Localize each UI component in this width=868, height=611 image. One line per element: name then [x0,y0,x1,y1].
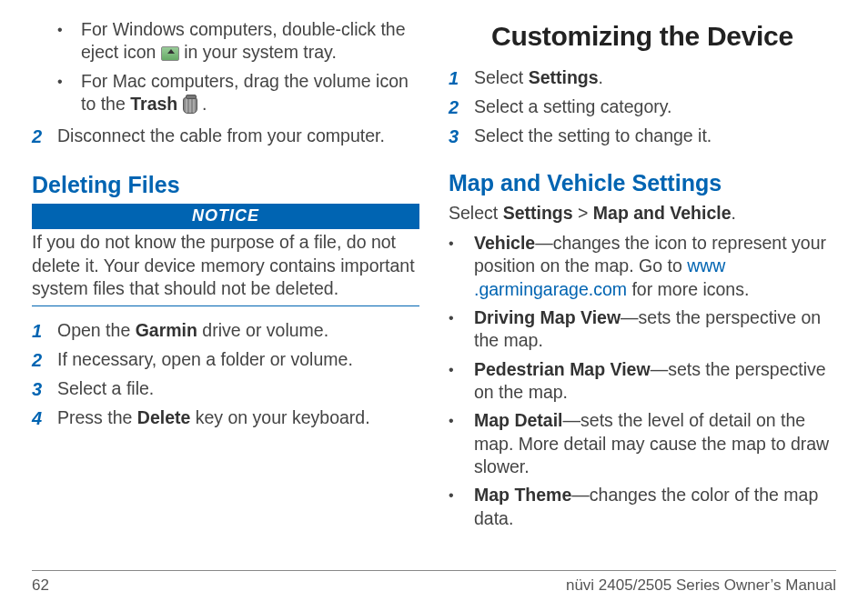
list-item: • For Mac computers, drag the volume ico… [57,70,419,116]
text: Select a file. [57,378,154,398]
step-item: 3 Select a file. [32,377,419,401]
manual-title: nüvi 2405/2505 Series Owner’s Manual [566,576,836,595]
heading-deleting-files: Deleting Files [32,170,419,200]
list-item: • Vehicle—changes the icon to represent … [449,232,836,301]
bold-text: Map Theme [474,485,571,505]
step-number: 1 [449,66,474,90]
customize-steps: 1 Select Settings. 2 Select a setting ca… [449,66,836,148]
step-number: 2 [32,348,57,372]
step-item: 4 Press the Delete key on your keyboard. [32,406,419,430]
step-item: 2 If necessary, open a folder or volume. [32,348,419,372]
trash-icon [183,97,197,114]
step-number: 2 [449,95,474,119]
list-item: • Driving Map View—sets the perspective … [449,306,836,353]
text: Select [449,203,503,223]
bullet-dot: • [57,70,81,116]
heading-map-vehicle: Map and Vehicle Settings [449,168,836,198]
page-footer: 62 nüvi 2405/2505 Series Owner’s Manual [32,570,836,595]
page-content: • For Windows computers, double-click th… [0,0,868,564]
text: . [202,94,207,114]
bold-text: Settings [503,203,573,223]
bold-text: Garmin [136,320,197,340]
list-item: • Map Detail—sets the level of detail on… [449,409,836,478]
text: . [599,67,603,87]
text: > [573,203,593,223]
select-path: Select Settings > Map and Vehicle. [449,202,836,225]
notice-label: NOTICE [32,204,419,229]
step-item: 1 Select Settings. [449,66,836,90]
step-item: 2 Disconnect the cable from your compute… [32,125,419,148]
step-number: 3 [32,377,57,401]
eject-icon [161,46,179,61]
heading-customizing: Customizing the Device [449,18,836,54]
bullet-dot: • [449,232,474,301]
step-item: 2 Select a setting category. [449,95,836,119]
bullet-dot: • [449,484,474,530]
left-column: • For Windows computers, double-click th… [32,18,425,564]
page-number: 62 [32,576,49,595]
bold-text: Map Detail [474,410,563,430]
text: for more icons. [627,279,749,299]
step-item: 3 Select the setting to change it. [449,125,836,148]
bold-text: Pedestrian Map View [474,359,651,379]
text: If necessary, open a folder or volume. [57,349,353,369]
step-number: 2 [32,125,57,148]
bold-text: Settings [529,67,599,87]
bold-text: Map and Vehicle [593,203,732,223]
bold-text: Vehicle [474,233,535,253]
text: key on your keyboard. [190,407,369,427]
text: in your system tray. [184,42,337,62]
text: Press the [57,407,137,427]
list-item: • Map Theme—changes the color of the map… [449,484,836,530]
bullet-dot: • [449,409,474,478]
text: Open the [57,320,136,340]
text: Select [474,67,529,87]
step-text: Disconnect the cable from your computer. [57,125,419,148]
delete-steps: 1 Open the Garmin drive or volume. 2 If … [32,319,419,430]
eject-instructions: • For Windows computers, double-click th… [57,18,419,115]
text: Select a setting category. [474,96,672,116]
bold-text: Delete [137,407,191,427]
right-column: Customizing the Device 1 Select Settings… [443,18,836,564]
text: Select the setting to change it. [474,125,712,145]
list-item: • Pedestrian Map View—sets the perspecti… [449,358,836,405]
step-number: 3 [449,125,474,148]
bullet-dot: • [449,306,474,353]
step-item: 1 Open the Garmin drive or volume. [32,319,419,343]
bullet-dot: • [57,18,81,65]
step-number: 1 [32,319,57,343]
bullet-dot: • [449,358,474,405]
text: drive or volume. [197,320,328,340]
list-item: • For Windows computers, double-click th… [57,18,419,65]
bold-text: Driving Map View [474,307,621,327]
notice-text: If you do not know the purpose of a file… [32,231,419,306]
step-number: 4 [32,406,57,430]
bold-text: Trash [130,94,177,114]
text: . [732,203,736,223]
settings-list: • Vehicle—changes the icon to represent … [449,232,836,530]
